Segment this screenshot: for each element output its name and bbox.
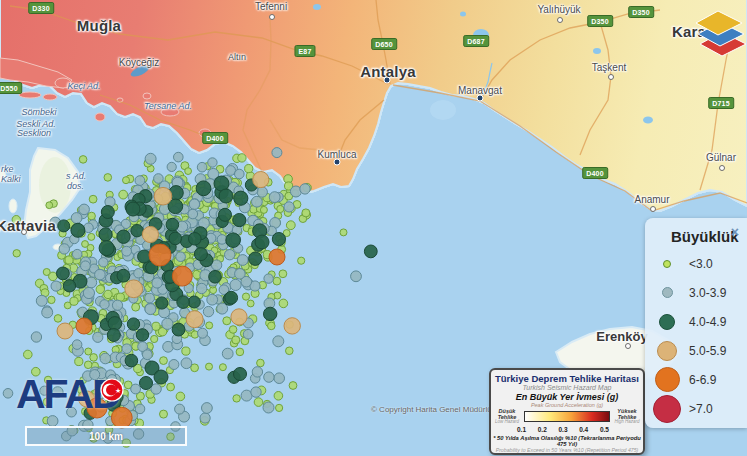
earthquake-dot[interactable] [273, 277, 281, 285]
earthquake-dot[interactable] [203, 306, 213, 316]
earthquake-dot[interactable] [88, 212, 96, 220]
earthquake-dot[interactable] [252, 196, 263, 207]
earthquake-dot[interactable] [225, 250, 235, 260]
earthquake-dot[interactable] [272, 233, 285, 246]
earthquake-dot[interactable] [99, 258, 108, 267]
earthquake-dot[interactable] [122, 246, 132, 256]
earthquake-dot[interactable] [162, 318, 173, 329]
earthquake-dot[interactable] [89, 195, 97, 203]
earthquake-dot[interactable] [209, 271, 222, 284]
earthquake-dot[interactable] [101, 206, 114, 219]
earthquake-dot[interactable] [197, 283, 207, 293]
layers-icon[interactable] [690, 2, 747, 60]
earthquake-dot[interactable] [219, 364, 226, 371]
earthquake-dot[interactable] [274, 373, 285, 384]
earthquake-dot[interactable] [235, 169, 245, 179]
earthquake-dot[interactable] [70, 297, 78, 305]
earthquake-dot[interactable] [174, 152, 184, 162]
earthquake-dot[interactable] [72, 340, 82, 350]
earthquake-dot[interactable] [188, 209, 198, 219]
earthquake-dot[interactable] [234, 368, 247, 381]
earthquake-dot[interactable] [219, 208, 232, 221]
earthquake-dot[interactable] [186, 311, 203, 328]
earthquake-dot[interactable] [257, 359, 265, 367]
earthquake-dot[interactable] [237, 255, 248, 266]
earthquake-dot[interactable] [142, 226, 158, 242]
earthquake-dot[interactable] [169, 360, 179, 370]
earthquake-dot[interactable] [57, 323, 73, 339]
earthquake-dot[interactable] [233, 214, 246, 227]
earthquake-dot[interactable] [225, 291, 238, 304]
earthquake-dot[interactable] [276, 404, 283, 411]
earthquake-dot[interactable] [286, 221, 295, 230]
earthquake-dot[interactable] [232, 336, 240, 344]
earthquake-dot[interactable] [263, 402, 274, 413]
close-icon[interactable]: × [731, 225, 739, 239]
earthquake-dot[interactable] [42, 307, 53, 318]
earthquake-dot[interactable] [219, 189, 233, 203]
earthquake-dot[interactable] [222, 348, 233, 359]
earthquake-dot[interactable] [149, 244, 171, 266]
earthquake-dot[interactable] [202, 403, 213, 414]
earthquake-dot[interactable] [176, 392, 185, 401]
earthquake-dot[interactable] [223, 317, 231, 325]
earthquake-dot[interactable] [230, 279, 241, 290]
earthquake-dot[interactable] [289, 382, 297, 390]
earthquake-dot[interactable] [54, 315, 62, 323]
earthquake-dot[interactable] [284, 318, 300, 334]
earthquake-dot[interactable] [154, 187, 172, 205]
earthquake-dot[interactable] [274, 392, 283, 401]
earthquake-dot[interactable] [176, 252, 186, 262]
earthquake-dot[interactable] [79, 204, 90, 215]
earthquake-dot[interactable] [197, 162, 207, 172]
earthquake-dot[interactable] [284, 202, 294, 212]
earthquake-dot[interactable] [122, 344, 132, 354]
earthquake-dot[interactable] [100, 300, 109, 309]
earthquake-dot[interactable] [208, 158, 217, 167]
earthquake-dot[interactable] [169, 232, 182, 245]
earthquake-dot[interactable] [200, 413, 210, 423]
earthquake-dot[interactable] [300, 184, 310, 194]
earthquake-dot[interactable] [104, 290, 112, 298]
earthquake-dot[interactable] [340, 229, 347, 236]
earthquake-dot[interactable] [107, 329, 120, 342]
earthquake-dot[interactable] [95, 269, 106, 280]
earthquake-dot[interactable] [154, 370, 168, 384]
earthquake-dot[interactable] [81, 261, 91, 271]
earthquake-dot[interactable] [151, 335, 158, 342]
earthquake-dot[interactable] [364, 245, 377, 258]
earthquake-dot[interactable] [117, 230, 130, 243]
earthquake-dot[interactable] [279, 299, 288, 308]
earthquake-dot[interactable] [181, 358, 192, 369]
earthquake-dot[interactable] [125, 354, 138, 367]
earthquake-dot[interactable] [207, 294, 218, 305]
earthquake-dot[interactable] [167, 383, 175, 391]
earthquake-dot[interactable] [277, 205, 284, 212]
earthquake-dot[interactable] [13, 250, 20, 257]
earthquake-dot[interactable] [194, 248, 207, 261]
earthquake-dot[interactable] [127, 318, 139, 330]
earthquake-dot[interactable] [59, 244, 69, 254]
earthquake-dot[interactable] [206, 322, 213, 329]
earthquake-dot[interactable] [131, 225, 143, 237]
earthquake-dot[interactable] [96, 285, 104, 293]
earthquake-dot[interactable] [71, 223, 85, 237]
earthquake-dot[interactable] [247, 300, 254, 307]
earthquake-dot[interactable] [24, 350, 33, 359]
earthquake-dot[interactable] [85, 348, 92, 355]
earthquake-dot[interactable] [99, 228, 112, 241]
earthquake-dot[interactable] [84, 361, 92, 369]
earthquake-dot[interactable] [253, 172, 269, 188]
earthquake-dot[interactable] [351, 271, 362, 282]
earthquake-dot[interactable] [76, 318, 92, 334]
earthquake-dot[interactable] [268, 322, 276, 330]
earthquake-dot[interactable] [264, 372, 274, 382]
earthquake-dot[interactable] [279, 270, 287, 278]
earthquake-dot[interactable] [264, 307, 277, 320]
earthquake-dot[interactable] [132, 303, 140, 311]
earthquake-dot[interactable] [104, 174, 112, 182]
earthquake-dot[interactable] [93, 332, 103, 342]
earthquake-dot[interactable] [160, 357, 168, 365]
earthquake-dot[interactable] [51, 281, 61, 291]
earthquake-dot[interactable] [172, 266, 192, 286]
